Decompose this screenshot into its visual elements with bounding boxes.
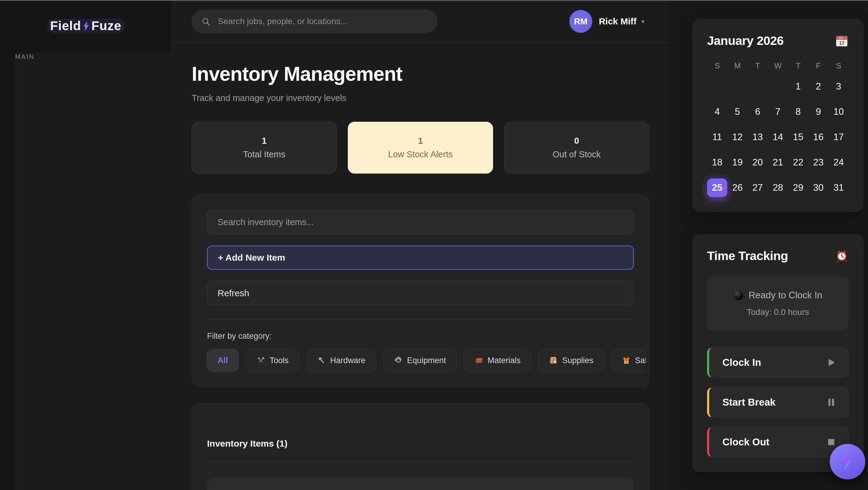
calendar-day[interactable]: 24 <box>829 153 849 172</box>
calendar-day[interactable]: 14 <box>768 128 788 147</box>
calendar-day[interactable]: 27 <box>747 178 768 197</box>
filter-pill-label: Hardware <box>330 356 366 365</box>
filter-pill-all[interactable]: All <box>207 349 239 372</box>
calendar-day[interactable]: 25 <box>707 178 727 197</box>
page-title: Inventory Management <box>192 62 649 85</box>
time-tracking-buttons: Clock In Start Break Clock Out <box>707 347 849 457</box>
filter-pill-safety[interactable]: Saf <box>611 349 646 372</box>
calendar-day-header: T <box>747 61 768 70</box>
user-name: Rick Miff <box>599 16 637 27</box>
calendar-day[interactable]: 22 <box>788 153 808 172</box>
vest-icon <box>622 356 631 365</box>
refresh-button[interactable]: Refresh <box>207 281 634 305</box>
calendar-day[interactable]: 23 <box>808 153 829 172</box>
clock-in-label: Clock In <box>722 357 761 368</box>
clock-in-button[interactable]: Clock In <box>707 347 849 377</box>
stat-card-out-of-stock[interactable]: 0 Out of Stock <box>504 122 649 174</box>
calendar-day[interactable]: 13 <box>747 128 768 147</box>
calendar-day[interactable]: 3 <box>829 77 849 96</box>
stats-row: 1 Total Items 1 Low Stock Alerts 0 Out o… <box>192 122 649 174</box>
calendar-day[interactable]: 15 <box>788 128 808 147</box>
filter-pill-hardware[interactable]: Hardware <box>307 349 376 372</box>
inventory-controls-panel: + Add New Item Refresh Filter by categor… <box>192 195 649 387</box>
nut-icon <box>317 356 326 365</box>
quick-action-fab[interactable] <box>830 444 865 480</box>
filter-pill-supplies[interactable]: Supplies <box>538 349 604 372</box>
calendar-title: January 2026 <box>707 34 784 48</box>
calendar-day-empty <box>768 77 788 96</box>
calendar-day[interactable]: 6 <box>747 102 768 121</box>
stat-card-low-stock[interactable]: 1 Low Stock Alerts <box>348 122 493 174</box>
calendar-day[interactable]: 31 <box>829 178 849 197</box>
svg-text:JUL: JUL <box>838 36 843 39</box>
tools-icon <box>256 356 266 365</box>
time-tracking-card: Time Tracking Ready to Clock In Today: 0… <box>692 234 864 472</box>
calendar-day[interactable]: 1 <box>788 77 808 96</box>
calendar-day[interactable]: 28 <box>768 178 788 197</box>
calendar-day[interactable]: 5 <box>727 102 747 121</box>
calendar-day[interactable]: 26 <box>727 178 747 197</box>
calendar-day[interactable]: 9 <box>808 102 829 121</box>
svg-text:17: 17 <box>839 41 844 46</box>
filter-pill-equipment[interactable]: Equipment <box>383 349 457 372</box>
start-break-button[interactable]: Start Break <box>707 387 849 417</box>
right-column: January 2026 JUL17 SMTWTFS12345678910111… <box>669 0 868 490</box>
play-icon <box>826 358 836 368</box>
status-dot-icon <box>734 290 743 300</box>
sidebar: Field Fuze MAIN Dashboard JUL17 Schedule… <box>0 0 172 490</box>
calendar-day[interactable]: 12 <box>727 128 747 147</box>
calendar-day[interactable]: 8 <box>788 102 808 121</box>
clock-out-button[interactable]: Clock Out <box>707 427 849 457</box>
calendar-day[interactable]: 29 <box>788 178 808 197</box>
start-break-label: Start Break <box>722 397 775 408</box>
package-icon <box>549 356 558 365</box>
topbar: RM Rick Miff ▾ <box>172 0 669 43</box>
search-icon <box>201 17 211 27</box>
filter-pill-label: All <box>218 356 228 365</box>
filter-pill-label: Saf <box>635 356 646 365</box>
avatar: RM <box>569 10 592 33</box>
calendar-day[interactable]: 30 <box>808 178 829 197</box>
app-logo: Field Fuze <box>47 19 124 33</box>
calendar-header: January 2026 JUL17 <box>707 34 849 48</box>
calendar-day-header: M <box>727 61 747 70</box>
calendar-day[interactable]: 11 <box>707 128 727 147</box>
calendar-day[interactable]: 7 <box>768 102 788 121</box>
calendar-day[interactable]: 19 <box>727 153 747 172</box>
calendar-day[interactable]: 10 <box>829 102 849 121</box>
calendar-day[interactable]: 4 <box>707 102 727 121</box>
calendar-day[interactable]: 18 <box>707 153 727 172</box>
page-subtitle: Track and manage your inventory levels <box>192 93 649 103</box>
calendar-day-header: S <box>829 61 849 70</box>
time-tracking-header: Time Tracking <box>707 249 849 263</box>
inventory-search-input[interactable] <box>207 210 634 234</box>
window-top-strip <box>0 0 868 1</box>
inventory-items-panel: Inventory Items (1) Wood Shingle Bundle … <box>192 403 649 490</box>
add-new-item-button[interactable]: + Add New Item <box>207 246 634 270</box>
stat-label: Total Items <box>243 150 285 159</box>
app-root: Field Fuze MAIN Dashboard JUL17 Schedule… <box>0 0 868 490</box>
clock-out-label: Clock Out <box>722 436 770 448</box>
calendar-card: January 2026 JUL17 SMTWTFS12345678910111… <box>692 19 864 212</box>
stat-card-total-items[interactable]: 1 Total Items <box>192 122 337 174</box>
calendar-day-empty <box>747 77 768 96</box>
calendar-day-header: S <box>707 61 727 70</box>
calendar-day[interactable]: 2 <box>808 77 829 96</box>
time-tracking-title: Time Tracking <box>707 249 788 263</box>
calendar-day[interactable]: 17 <box>829 128 849 147</box>
chevron-down-icon: ▾ <box>641 18 644 25</box>
logo-text-fuze: Fuze <box>91 19 121 33</box>
stop-icon <box>826 437 836 447</box>
inventory-item-row[interactable]: Wood Shingle Bundle ID: SKU234 | Materia… <box>207 478 634 490</box>
filter-pill-tools[interactable]: Tools <box>246 349 299 372</box>
calendar-grid: SMTWTFS123456789101112131415161718192021… <box>707 61 849 197</box>
global-search-input[interactable] <box>192 10 437 33</box>
user-menu[interactable]: RM Rick Miff ▾ <box>569 10 644 33</box>
lightning-bolt-icon <box>841 453 854 470</box>
stat-label: Out of Stock <box>553 150 601 159</box>
calendar-day[interactable]: 16 <box>808 128 829 147</box>
calendar-day[interactable]: 21 <box>768 153 788 172</box>
filter-pill-materials[interactable]: Materials <box>464 349 531 372</box>
pause-icon <box>826 397 836 407</box>
calendar-day[interactable]: 20 <box>747 153 768 172</box>
